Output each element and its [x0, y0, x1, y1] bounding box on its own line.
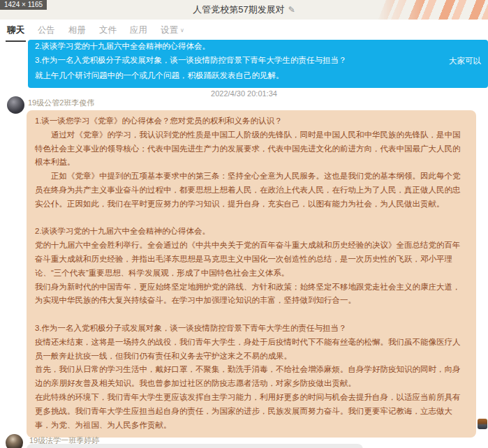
- message-paragraph: 1.谈一谈您学习《党章》的心得体会？您对党员的权利和义务的认识？: [35, 114, 468, 128]
- tab-settings-label: 设置: [161, 25, 178, 35]
- announcement-line: 就上午几个研讨问题中的一个或几个问题，积极踊跃发表自己的见解。: [35, 68, 481, 83]
- chevron-down-icon: ∨: [180, 27, 184, 33]
- mini-sticker-icon[interactable]: [478, 419, 487, 429]
- pinned-announcement-message[interactable]: 2.谈谈学习党的十九届六中全会精神的心得体会。 3.作为一名入党积极分子或发展对…: [28, 40, 488, 88]
- message-paragraph: 正如《党章》中提到的五项基本要求中的第三条：坚持全心全意为人民服务。这也是我们党…: [35, 170, 468, 211]
- message-paragraph: 通过对《党章》的学习，我认识到党的性质是中国工人阶级的先锋队，同时是中国人民和中…: [35, 128, 468, 170]
- message-paragraph: [35, 211, 468, 225]
- avatar[interactable]: [6, 434, 23, 448]
- chat-window: 人管党校第57期发展对 ✎ 1424 × 1165 聊天 公告 相册 文件 应用…: [0, 0, 488, 448]
- message-paragraph: 在此特殊的环境下，我们青年大学生更应该发挥自主学习能力，利用好更多的时间与机会去…: [35, 391, 468, 432]
- sender-name: 19级公管2班李俊伟: [28, 98, 94, 108]
- message-paragraph: 2.谈谈学习党的十九届六中全会精神的心得体会。: [35, 225, 468, 239]
- message-paragraph: 疫情还未结束，这将是一场持久的战役，我们青年大学生，身处于后疫情时代下不能有丝毫…: [35, 336, 468, 364]
- next-message-bubble-partial[interactable]: [27, 444, 363, 448]
- group-title: 人管党校第57期发展对: [193, 3, 284, 16]
- group-title-wrap: 人管党校第57期发展对 ✎: [0, 0, 488, 20]
- announcement-line: 2.谈谈学习党的十九届六中全会精神的心得体会。: [35, 39, 481, 54]
- message-paragraph: 3.作为一名入党积极分子或发展对象，谈一谈疫情防控背景下青年大学生的责任与担当？: [35, 322, 468, 336]
- announcement-row: 3.作为一名入党积极分子或发展对象，谈一谈疫情防控背景下青年大学生的责任与担当？…: [35, 54, 481, 68]
- message-paragraph: 我们身为新时代的中国青年，更应始终坚定地拥护党的路线、方针和政策；始终坚定不移地…: [35, 281, 468, 308]
- avatar[interactable]: [7, 96, 24, 114]
- announcement-line: 3.作为一名入党积极分子或发展对象，谈一谈疫情防控背景下青年大学生的责任与担当？: [35, 53, 347, 68]
- window-header: 人管党校第57期发展对 ✎: [0, 0, 488, 20]
- tab-chat[interactable]: 聊天: [7, 20, 24, 43]
- image-dimensions-badge: 1424 × 1165: [0, 0, 47, 10]
- message-paragraph: [35, 308, 468, 322]
- message-timestamp: 2022/4/30 20:01:34: [0, 89, 488, 98]
- message-paragraph: 党的十九届六中全会胜利举行。全会通过的《中共中央关于党的百年奋斗重大成就和历史经…: [35, 239, 468, 280]
- announcement-line-right: 大家可以: [449, 54, 481, 68]
- message-paragraph: 首先，我们从日常的学习生活中，戴好口罩，不聚集，勤洗手消毒，不给社会增添麻烦。自…: [35, 363, 468, 391]
- edit-title-icon[interactable]: ✎: [288, 5, 295, 15]
- message-bubble[interactable]: 1.谈一谈您学习《党章》的心得体会？您对党员的权利和义务的认识？ 通过对《党章》…: [27, 110, 476, 438]
